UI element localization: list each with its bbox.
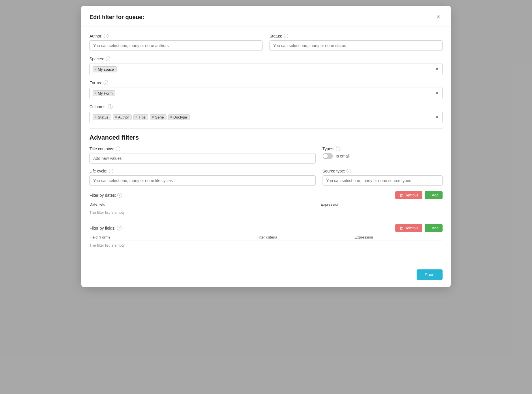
- col-tag-serie-remove[interactable]: ×: [152, 115, 154, 119]
- filter-dates-table: Date field Expression The filter list is…: [89, 202, 443, 217]
- sourcetype-input[interactable]: [323, 175, 443, 186]
- author-label: Author: i: [89, 34, 263, 38]
- lifecycle-input[interactable]: [89, 175, 316, 186]
- forms-tags-wrap[interactable]: × My Form ×: [89, 87, 443, 99]
- spaces-group: Spaces: i × My space ×: [89, 57, 443, 75]
- lifecycle-info-icon: i: [109, 169, 113, 173]
- filter-fields-table: Field (Form) Filter criteria Expression …: [89, 235, 443, 250]
- lifecycle-label: Life cycle: i: [89, 169, 316, 173]
- author-col: Author: i: [89, 34, 263, 51]
- space-tag-myspace: × My space: [93, 66, 117, 72]
- save-button[interactable]: Save: [417, 269, 443, 280]
- col-tag-title: × Title: [133, 114, 148, 120]
- modal-header: Edit filter for queue: ×: [81, 6, 451, 27]
- types-label: Types: i: [323, 147, 443, 151]
- author-status-row: Author: i Status: i: [89, 34, 443, 51]
- author-input[interactable]: [89, 40, 263, 51]
- sourcetype-col: Source type: i: [323, 169, 443, 186]
- filter-dates-buttons: 🗑 Remove + Add: [395, 191, 443, 199]
- trash-icon-2: 🗑: [399, 226, 403, 230]
- columns-tags-wrap[interactable]: × Status × Author × Title × Serie: [89, 111, 443, 123]
- filter-dates-thead: Date field Expression: [89, 202, 443, 208]
- filter-fields-remove-button[interactable]: 🗑 Remove: [395, 224, 422, 232]
- sourcetype-info-icon: i: [346, 169, 351, 173]
- col-tag-serie: × Serie: [150, 114, 166, 120]
- is-email-label: Is email: [336, 154, 350, 158]
- lifecycle-col: Life cycle: i: [89, 169, 316, 186]
- filter-dates-info-icon: i: [117, 193, 122, 198]
- forms-info-icon: i: [104, 80, 108, 85]
- col-field-form: Field (Form): [89, 235, 256, 241]
- filter-fields-add-button[interactable]: + Add: [425, 224, 443, 232]
- is-email-toggle[interactable]: [323, 153, 333, 159]
- modal-title: Edit filter for queue:: [89, 14, 144, 20]
- title-contains-label: Title contains: i: [89, 147, 316, 151]
- title-types-row: Title contains: i Types: i Is email: [89, 147, 443, 164]
- filter-dates-tbody: The filter list is empty: [89, 208, 443, 217]
- col-tag-author: × Author: [113, 114, 132, 120]
- filter-fields-empty: The filter list is empty: [89, 241, 256, 250]
- col-tag-title-remove[interactable]: ×: [135, 115, 137, 119]
- filter-dates-header-row: Date field Expression: [89, 202, 443, 208]
- trash-icon: 🗑: [399, 193, 403, 197]
- columns-group: Columns: i × Status × Author × Title: [89, 104, 443, 123]
- advanced-filters-title: Advanced filters: [89, 134, 443, 141]
- columns-info-icon: i: [108, 104, 113, 109]
- col-filter-criteria: Filter criteria: [256, 235, 354, 241]
- divider: [89, 128, 443, 129]
- modal-overlay: Edit filter for queue: × Author: i Statu…: [0, 0, 532, 394]
- is-email-row: Is email: [323, 153, 443, 159]
- col-expression: Expression: [321, 202, 443, 208]
- types-col: Types: i Is email: [323, 147, 443, 164]
- filter-fields-tbody: The filter list is empty: [89, 241, 443, 250]
- spaces-clear-button[interactable]: ×: [434, 67, 439, 72]
- col-expression-2: Expression: [355, 235, 443, 241]
- filter-fields-header-row: Field (Form) Filter criteria Expression: [89, 235, 443, 241]
- forms-label: Forms: i: [89, 80, 443, 85]
- close-button[interactable]: ×: [434, 13, 443, 21]
- modal-body: Author: i Status: i Spaces: i: [81, 27, 451, 265]
- spaces-info-icon: i: [106, 57, 110, 61]
- forms-clear-button[interactable]: ×: [434, 91, 439, 95]
- spaces-label: Spaces: i: [89, 57, 443, 61]
- col-date-field: Date field: [89, 202, 321, 208]
- author-info-icon: i: [104, 34, 108, 38]
- status-label: Status: i: [269, 34, 443, 38]
- col-tag-author-remove[interactable]: ×: [115, 115, 117, 119]
- sourcetype-label: Source type: i: [323, 169, 443, 173]
- filter-dates-add-button[interactable]: + Add: [425, 191, 443, 199]
- form-tag-myform: × My Form: [93, 90, 115, 96]
- filter-fields-buttons: 🗑 Remove + Add: [395, 224, 443, 232]
- status-info-icon: i: [284, 34, 288, 38]
- filter-by-dates-section: Filter by dates: i 🗑 Remove + Add: [89, 191, 443, 217]
- status-col: Status: i: [269, 34, 443, 51]
- filter-dates-remove-button[interactable]: 🗑 Remove: [395, 191, 422, 199]
- filter-fields-empty-row: The filter list is empty: [89, 241, 443, 250]
- filter-fields-header: Filter by fields: i 🗑 Remove + Add: [89, 224, 443, 232]
- col-tag-doctype-remove[interactable]: ×: [170, 115, 172, 119]
- title-contains-col: Title contains: i: [89, 147, 316, 164]
- lifecycle-sourcetype-row: Life cycle: i Source type: i: [89, 169, 443, 186]
- title-contains-input[interactable]: [89, 153, 316, 164]
- filter-fields-info-icon: i: [117, 226, 121, 230]
- columns-label: Columns: i: [89, 104, 443, 109]
- title-contains-info-icon: i: [116, 147, 120, 151]
- filter-dates-header: Filter by dates: i 🗑 Remove + Add: [89, 191, 443, 199]
- status-input[interactable]: [269, 40, 443, 51]
- modal-footer: Save: [81, 265, 451, 287]
- filter-dates-empty: The filter list is empty: [89, 208, 321, 217]
- col-tag-status: × Status: [93, 114, 111, 120]
- spaces-tags-wrap[interactable]: × My space ×: [89, 63, 443, 75]
- form-tag-myform-remove[interactable]: ×: [95, 91, 97, 95]
- edit-filter-modal: Edit filter for queue: × Author: i Statu…: [81, 6, 451, 287]
- space-tag-myspace-remove[interactable]: ×: [95, 67, 97, 71]
- filter-fields-thead: Field (Form) Filter criteria Expression: [89, 235, 443, 241]
- filter-fields-label: Filter by fields: i: [89, 226, 121, 230]
- forms-group: Forms: i × My Form ×: [89, 80, 443, 99]
- columns-clear-button[interactable]: ×: [434, 115, 439, 119]
- filter-by-fields-section: Filter by fields: i 🗑 Remove + Add: [89, 224, 443, 250]
- col-tag-doctype: × Doctype: [168, 114, 190, 120]
- filter-dates-label: Filter by dates: i: [89, 193, 122, 198]
- col-tag-status-remove[interactable]: ×: [95, 115, 97, 119]
- filter-dates-empty-row: The filter list is empty: [89, 208, 443, 217]
